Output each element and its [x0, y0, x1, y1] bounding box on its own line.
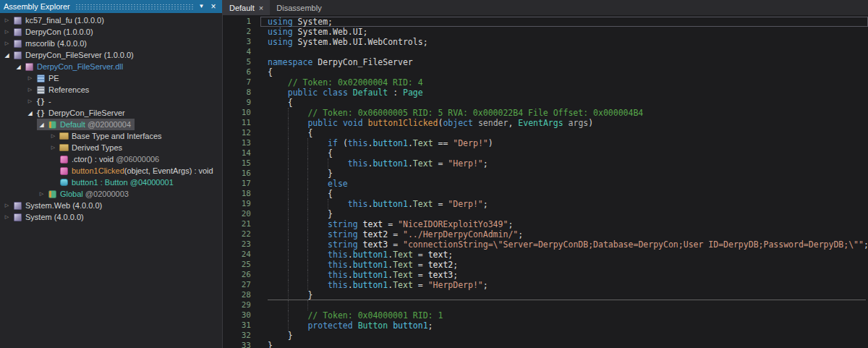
tree-item-ctor[interactable]: .ctor() : void @06000006 — [0, 153, 222, 165]
line-number: 11 — [223, 118, 260, 128]
expand-arrow-icon[interactable]: ▷ — [25, 98, 35, 104]
code-token: Text — [413, 158, 433, 169]
line-number: 7 — [223, 77, 260, 88]
code-line[interactable]: 2using System.Web.UI; — [223, 27, 868, 37]
tab-default[interactable]: Default× — [223, 0, 270, 15]
code-line[interactable]: 23 string text3 = "connectionString=\"Se… — [223, 239, 868, 250]
tree-item-base-type-and-interfaces[interactable]: ▷Base Type and Interfaces — [0, 130, 222, 142]
code-line[interactable]: 25 this.button1.Text = text2; — [223, 260, 868, 270]
code-token — [473, 118, 478, 128]
code-line[interactable]: 15 this.button1.Text = "Herp!"; — [223, 158, 868, 169]
panel-menu-caret-icon[interactable]: ▼ — [196, 0, 207, 13]
code-line[interactable]: 27 this.button1.Text = "HerpDerp!"; — [223, 280, 868, 290]
collapse-arrow-icon[interactable]: ◢ — [14, 64, 23, 70]
expand-arrow-icon[interactable]: ▷ — [2, 214, 12, 220]
collapse-arrow-icon[interactable]: ◢ — [2, 52, 12, 59]
tree-item-class-default[interactable]: ◢Default @02000004 — [0, 119, 222, 130]
code-token: = — [433, 158, 448, 169]
tree-item-assembly-kc57-final-fu[interactable]: ▷kc57_final_fu (1.0.0.0) — [0, 14, 222, 26]
tree-item-pe[interactable]: ▷PE — [0, 72, 222, 84]
tree-item-label: References — [48, 85, 89, 94]
code-line[interactable]: 19 this.button1.Text = "Derp!"; — [223, 199, 868, 209]
code-line[interactable]: 3using System.Web.UI.WebControls; — [223, 37, 868, 47]
code-editor[interactable]: 1using System;2using System.Web.UI;3usin… — [223, 15, 868, 348]
code-line[interactable]: 1using System; — [223, 17, 868, 27]
code-token: this — [348, 138, 368, 148]
tab-label: Default — [229, 4, 255, 12]
tree-item-assembly-system-web[interactable]: ▷System.Web (4.0.0.0) — [0, 200, 222, 211]
code-token: string — [328, 229, 358, 239]
code-line[interactable]: 5namespace DerpyCon_FileServer — [223, 57, 868, 67]
code-line-content: { — [260, 189, 868, 199]
tree-item-assembly-derpycon[interactable]: ▷DerpyCon (1.0.0.0) — [0, 26, 222, 38]
code-token: . — [408, 199, 413, 209]
class-icon — [46, 189, 58, 199]
code-token: ; — [864, 239, 868, 250]
collapse-arrow-icon[interactable]: ◢ — [37, 122, 46, 128]
tree-item-derived-types[interactable]: ▷Derived Types — [0, 142, 222, 153]
code-line[interactable]: 32 } — [223, 331, 868, 341]
code-line[interactable]: 33} — [223, 341, 868, 348]
code-line[interactable]: 24 this.button1.Text = text; — [223, 250, 868, 260]
expand-arrow-icon[interactable]: ▷ — [48, 133, 58, 139]
tree-item-namespace-derpycon-fileserver[interactable]: ◢{}DerpyCon_FileServer — [0, 107, 222, 119]
tree-item-content: ▷DerpyCon (1.0.0.0) — [2, 26, 97, 38]
tree-item-class-global[interactable]: ▷Global @02000003 — [0, 188, 222, 200]
tree-item-references[interactable]: ▷References — [0, 84, 222, 96]
code-token: ; — [428, 321, 433, 331]
code-line[interactable]: 4 — [223, 47, 868, 57]
code-line[interactable]: 14 { — [223, 148, 868, 158]
code-line[interactable]: 31 protected Button button1; — [223, 321, 868, 331]
code-line[interactable]: 20 } — [223, 209, 868, 219]
code-token: } — [268, 341, 273, 348]
tree-item-method-button1clicked[interactable]: button1Clicked(object, EventArgs) : void — [0, 165, 222, 177]
line-number: 22 — [223, 229, 260, 239]
indent-guide — [288, 260, 289, 270]
code-line[interactable]: 13 if (this.button1.Text == "Derp!") — [223, 138, 868, 148]
code-token — [358, 219, 363, 229]
code-line[interactable]: 8 public class Default : Page — [223, 88, 868, 98]
tree-item-module-derpycon-fileserver-dll[interactable]: ◢DerpyCon_FileServer.dll — [0, 61, 222, 72]
code-token: { — [268, 148, 333, 158]
code-line[interactable]: 7 // Token: 0x02000004 RID: 4 — [223, 77, 868, 88]
code-line-content: this.button1.Text = "HerpDerp!"; — [260, 280, 868, 290]
expand-arrow-icon[interactable]: ▷ — [25, 75, 35, 81]
tree-item-namespace-empty[interactable]: ▷{}- — [0, 96, 222, 107]
code-line[interactable]: 28 } — [223, 290, 868, 300]
code-token: this — [328, 260, 348, 270]
line-number: 29 — [223, 300, 260, 310]
code-line[interactable]: 11 public void button1Clicked(object sen… — [223, 118, 868, 128]
code-line[interactable]: 9 { — [223, 98, 868, 108]
code-line[interactable]: 30 // Token: 0x04000001 RID: 1 — [223, 310, 868, 321]
expand-arrow-icon[interactable]: ▷ — [2, 203, 12, 208]
code-line[interactable]: 12 { — [223, 128, 868, 138]
tab-disassembly[interactable]: Disassembly — [270, 0, 328, 15]
collapse-arrow-icon[interactable]: ◢ — [25, 110, 35, 116]
code-line[interactable]: 21 string text = "NiceIDORExploitYo349"; — [223, 219, 868, 229]
tree-item-assembly-mscorlib[interactable]: ▷mscorlib (4.0.0.0) — [0, 38, 222, 49]
code-line[interactable]: 29 — [223, 300, 868, 310]
tree-item-assembly-system[interactable]: ▷System (4.0.0.0) — [0, 211, 222, 223]
panel-close-icon[interactable]: × — [207, 0, 220, 13]
code-line[interactable]: 10 // Token: 0x06000005 RID: 5 RVA: 0x00… — [223, 108, 868, 118]
expand-arrow-icon[interactable]: ▷ — [2, 17, 12, 23]
code-token: text — [428, 250, 448, 260]
code-line[interactable]: 26 this.button1.Text = text3; — [223, 270, 868, 280]
tree-item-field-button1[interactable]: button1 : Button @04000001 — [0, 177, 222, 188]
indent-guide — [288, 300, 289, 310]
expand-arrow-icon[interactable]: ▷ — [25, 87, 35, 93]
expand-arrow-icon[interactable]: ▷ — [2, 41, 12, 46]
code-line[interactable]: 16 } — [223, 169, 868, 179]
tree-item-content: ▷System (4.0.0.0) — [2, 211, 88, 223]
expand-arrow-icon[interactable]: ▷ — [2, 29, 12, 35]
code-line[interactable]: 6{ — [223, 67, 868, 77]
expand-arrow-icon[interactable]: ▷ — [37, 191, 46, 197]
indent-guide — [307, 229, 308, 239]
code-line-content: using System.Web.UI; — [260, 27, 868, 37]
tab-close-icon[interactable]: × — [259, 4, 263, 12]
code-line[interactable]: 17 else — [223, 179, 868, 189]
tree-item-assembly-derpycon-fileserver[interactable]: ◢DerpyCon_FileServer (1.0.0.0) — [0, 49, 222, 61]
expand-arrow-icon[interactable]: ▷ — [48, 145, 58, 150]
code-line[interactable]: 22 string text2 = "../HerpDerpyConAdmin/… — [223, 229, 868, 239]
code-line[interactable]: 18 { — [223, 189, 868, 199]
